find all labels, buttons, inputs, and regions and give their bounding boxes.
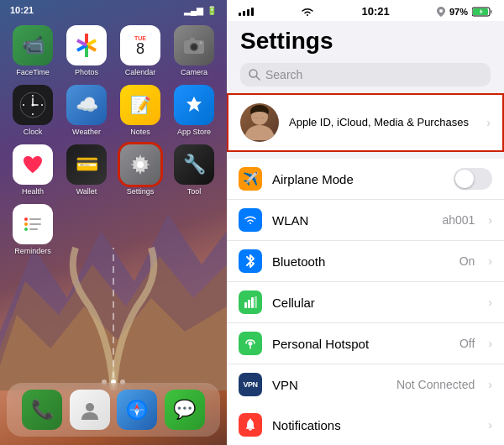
app-wallet[interactable]: 💳 Wallet: [64, 144, 109, 196]
search-bar[interactable]: Search: [240, 63, 491, 86]
svg-point-24: [24, 228, 28, 231]
bar4: [251, 8, 254, 16]
app-facetime[interactable]: 📹 FaceTime: [10, 25, 55, 76]
reminders-label: Reminders: [14, 247, 51, 255]
status-icons-left: ▂▄▆ 🔋: [184, 6, 217, 15]
facetime-label: FaceTime: [16, 68, 50, 76]
health-label: Health: [22, 187, 44, 196]
svg-point-20: [24, 217, 28, 221]
search-icon-right: [249, 69, 260, 81]
svg-rect-45: [255, 296, 257, 308]
weather-icon-img: ☁️: [66, 85, 107, 125]
app-reminders[interactable]: Reminders: [10, 204, 55, 255]
settings-panel: 10:21 97% Settings Search: [227, 0, 504, 445]
dock-phone[interactable]: 📞: [22, 390, 62, 430]
notes-icon-img: 📝: [120, 85, 160, 125]
settings-section-1: ✈️ Airplane Mode WLAN ah001 ›: [227, 159, 504, 405]
app-grid-row2: Clock ☁️ Weather 📝 Notes App Store: [0, 83, 227, 143]
svg-point-41: [251, 112, 268, 118]
wlan-label: WLAN: [272, 213, 432, 228]
wifi-icon-right: [301, 7, 314, 17]
app-settings[interactable]: Settings: [118, 144, 163, 196]
row-cellular[interactable]: Cellular ›: [227, 282, 504, 323]
apple-id-card[interactable]: Apple ID, iCloud, Media & Purchases ›: [227, 93, 504, 152]
row-airplane[interactable]: ✈️ Airplane Mode: [227, 159, 504, 200]
airplane-toggle[interactable]: [454, 168, 492, 190]
vpn-label: VPN: [272, 378, 386, 392]
app-health[interactable]: Health: [10, 144, 55, 196]
hotspot-icon: [239, 332, 262, 355]
svg-rect-21: [29, 218, 41, 220]
settings-title: Settings: [240, 28, 491, 55]
hotspot-label: Personal Hotspot: [272, 337, 449, 351]
cellular-icon: [239, 291, 262, 314]
clock-icon-img: [13, 85, 53, 125]
bar2: [243, 11, 245, 16]
app-weather[interactable]: ☁️ Weather: [64, 85, 109, 136]
wifi-icon: ▂▄▆: [184, 6, 203, 15]
app-clock[interactable]: Clock: [10, 85, 55, 136]
bar3: [247, 9, 249, 16]
airplane-icon: ✈️: [239, 167, 262, 191]
svg-point-8: [200, 42, 202, 44]
wallet-label: Wallet: [76, 187, 97, 196]
app-grid-row4: Reminders: [0, 202, 227, 262]
app-calendar[interactable]: TUE 8 Calendar: [118, 25, 163, 76]
row-vpn[interactable]: VPN VPN Not Connected ›: [227, 364, 504, 405]
settings-label: Settings: [127, 187, 155, 196]
svg-point-22: [24, 222, 28, 226]
dock-safari[interactable]: [117, 390, 157, 430]
vpn-icon: VPN: [239, 373, 262, 396]
svg-rect-7: [190, 38, 195, 40]
notifications-chevron: ›: [488, 418, 492, 432]
svg-line-38: [256, 76, 260, 80]
app-photos[interactable]: Photos: [64, 25, 109, 76]
facetime-icon: 📹: [13, 25, 53, 65]
wlan-value: ah001: [442, 213, 475, 227]
cal-day: 8: [136, 41, 144, 56]
calendar-icon: TUE 8: [120, 25, 160, 65]
apple-id-chevron: ›: [486, 116, 491, 129]
weather-label: Weather: [72, 128, 101, 136]
wlan-chevron: ›: [488, 213, 492, 227]
apple-id-label: Apple ID, iCloud, Media & Purchases: [289, 116, 476, 130]
bluetooth-chevron: ›: [488, 254, 492, 268]
svg-rect-23: [29, 223, 41, 225]
app-appstore[interactable]: App Store: [171, 85, 217, 136]
location-icon: [437, 7, 445, 17]
row-bluetooth[interactable]: Bluetooth On ›: [227, 241, 504, 282]
svg-rect-25: [29, 228, 38, 230]
photos-label: Photos: [75, 68, 98, 76]
battery-icon-right: [472, 7, 492, 17]
svg-point-33: [439, 9, 443, 13]
photos-icon: [66, 25, 107, 65]
status-icons-right: 97%: [437, 7, 492, 17]
svg-rect-43: [248, 300, 250, 308]
app-notes[interactable]: 📝 Notes: [118, 85, 163, 136]
settings-header: Settings: [227, 21, 504, 58]
vpn-value: Not Connected: [396, 378, 475, 391]
dock-contacts[interactable]: [70, 390, 110, 430]
dock-messages[interactable]: 💬: [165, 390, 205, 430]
home-screen: 10:21 ▂▄▆ 🔋 📹 FaceTime: [0, 0, 227, 445]
tool-icon-img: 🔧: [174, 144, 214, 185]
app-tool[interactable]: 🔧 Tool: [171, 144, 217, 196]
row-wlan[interactable]: WLAN ah001 ›: [227, 200, 504, 241]
settings-icon-img: [120, 144, 160, 185]
bluetooth-value: On: [459, 254, 475, 268]
app-camera[interactable]: Camera: [171, 25, 217, 76]
row-notifications[interactable]: Notifications ›: [227, 405, 504, 445]
notifications-icon: [239, 413, 262, 437]
settings-section-2: Notifications › Sounds & Haptics ›: [227, 405, 504, 445]
toggle-knob: [455, 170, 474, 188]
svg-point-49: [249, 419, 251, 421]
svg-rect-44: [251, 297, 254, 308]
apple-id-text: Apple ID, iCloud, Media & Purchases: [289, 116, 476, 130]
reminders-icon-img: [13, 204, 53, 244]
hotspot-value: Off: [459, 337, 475, 350]
health-icon-img: [13, 144, 53, 185]
notifications-label: Notifications: [272, 418, 478, 432]
svg-rect-42: [244, 302, 247, 308]
row-hotspot[interactable]: Personal Hotspot Off ›: [227, 323, 504, 364]
airplane-label: Airplane Mode: [272, 172, 444, 186]
